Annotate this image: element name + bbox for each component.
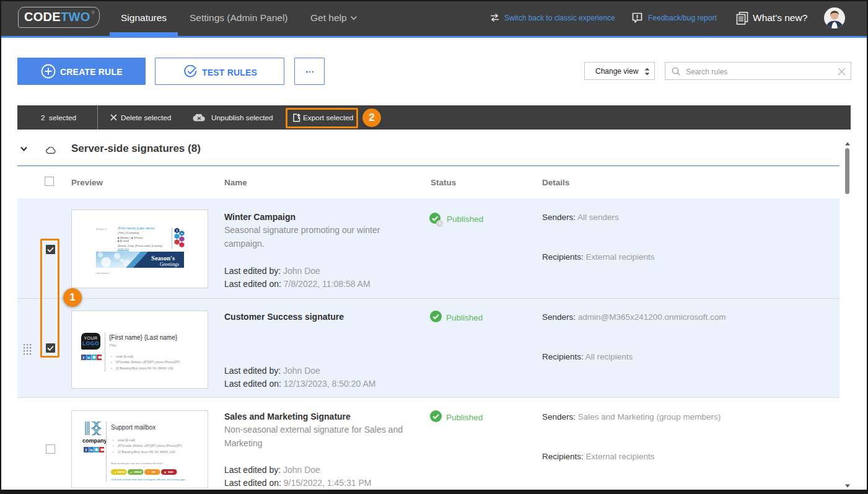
svg-text:in: in: [90, 448, 94, 452]
svg-text:OK: OK: [152, 471, 156, 474]
svg-text:in: in: [181, 232, 183, 235]
svg-text:GREAT: GREAT: [134, 471, 142, 474]
svg-text:Greetings: Greetings: [160, 262, 179, 267]
svg-text:✕: ✕: [164, 470, 167, 474]
svg-text:RATED: RATED: [118, 471, 126, 474]
svg-text:✓: ✓: [130, 470, 133, 474]
svg-text:f: f: [177, 229, 178, 232]
svg-text:BAD: BAD: [169, 471, 173, 474]
svg-text:▲: ▲: [114, 470, 116, 474]
svg-text:in: in: [87, 356, 91, 359]
svg-text:Season's: Season's: [151, 255, 175, 262]
